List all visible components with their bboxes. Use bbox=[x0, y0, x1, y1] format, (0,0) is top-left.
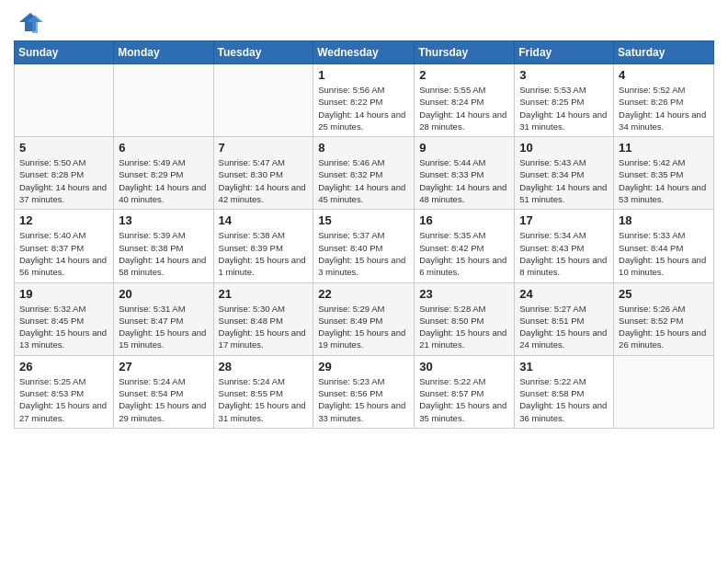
day-number: 24 bbox=[519, 287, 609, 301]
day-number: 19 bbox=[19, 287, 108, 301]
day-info: Sunrise: 5:42 AM Sunset: 8:35 PM Dayligh… bbox=[619, 156, 709, 205]
calendar-week-2: 5Sunrise: 5:50 AM Sunset: 8:28 PM Daylig… bbox=[15, 137, 714, 210]
calendar-cell: 23Sunrise: 5:28 AM Sunset: 8:50 PM Dayli… bbox=[415, 282, 515, 355]
day-info: Sunrise: 5:35 AM Sunset: 8:42 PM Dayligh… bbox=[419, 229, 509, 278]
day-number: 6 bbox=[119, 141, 208, 155]
day-number: 22 bbox=[318, 287, 409, 301]
day-number: 18 bbox=[619, 213, 709, 227]
weekday-monday: Monday bbox=[114, 41, 213, 64]
weekday-thursday: Thursday bbox=[415, 41, 515, 64]
day-number: 4 bbox=[619, 68, 709, 82]
calendar-cell: 19Sunrise: 5:32 AM Sunset: 8:45 PM Dayli… bbox=[15, 282, 114, 355]
calendar-cell: 10Sunrise: 5:43 AM Sunset: 8:34 PM Dayli… bbox=[515, 137, 614, 210]
day-number: 11 bbox=[619, 141, 709, 155]
day-number: 9 bbox=[419, 141, 509, 155]
weekday-saturday: Saturday bbox=[614, 41, 714, 64]
calendar-cell: 8Sunrise: 5:46 AM Sunset: 8:32 PM Daylig… bbox=[313, 137, 415, 210]
calendar-cell: 3Sunrise: 5:53 AM Sunset: 8:25 PM Daylig… bbox=[515, 64, 614, 137]
calendar-cell bbox=[614, 355, 714, 428]
calendar: SundayMondayTuesdayWednesdayThursdayFrid… bbox=[14, 40, 714, 429]
day-number: 10 bbox=[519, 141, 609, 155]
day-info: Sunrise: 5:52 AM Sunset: 8:26 PM Dayligh… bbox=[619, 84, 709, 132]
day-number: 26 bbox=[19, 360, 108, 373]
weekday-tuesday: Tuesday bbox=[213, 41, 313, 64]
day-info: Sunrise: 5:47 AM Sunset: 8:30 PM Dayligh… bbox=[219, 156, 309, 205]
day-info: Sunrise: 5:55 AM Sunset: 8:24 PM Dayligh… bbox=[419, 84, 509, 132]
day-number: 27 bbox=[119, 360, 208, 373]
day-info: Sunrise: 5:28 AM Sunset: 8:50 PM Dayligh… bbox=[419, 303, 509, 351]
day-info: Sunrise: 5:25 AM Sunset: 8:53 PM Dayligh… bbox=[19, 375, 108, 424]
weekday-sunday: Sunday bbox=[15, 41, 114, 64]
day-info: Sunrise: 5:37 AM Sunset: 8:40 PM Dayligh… bbox=[318, 229, 409, 278]
calendar-cell: 27Sunrise: 5:24 AM Sunset: 8:54 PM Dayli… bbox=[114, 355, 213, 428]
day-number: 13 bbox=[119, 213, 208, 227]
day-info: Sunrise: 5:30 AM Sunset: 8:48 PM Dayligh… bbox=[219, 303, 309, 351]
calendar-cell: 25Sunrise: 5:26 AM Sunset: 8:52 PM Dayli… bbox=[614, 282, 714, 355]
page: SundayMondayTuesdayWednesdayThursdayFrid… bbox=[0, 0, 728, 563]
logo-icon bbox=[17, 9, 43, 35]
day-info: Sunrise: 5:22 AM Sunset: 8:57 PM Dayligh… bbox=[419, 375, 509, 424]
weekday-header-row: SundayMondayTuesdayWednesdayThursdayFrid… bbox=[15, 41, 714, 64]
day-number: 20 bbox=[119, 287, 208, 301]
calendar-week-3: 12Sunrise: 5:40 AM Sunset: 8:37 PM Dayli… bbox=[15, 210, 714, 282]
calendar-cell: 21Sunrise: 5:30 AM Sunset: 8:48 PM Dayli… bbox=[213, 282, 313, 355]
day-number: 1 bbox=[318, 68, 409, 82]
calendar-cell: 2Sunrise: 5:55 AM Sunset: 8:24 PM Daylig… bbox=[415, 64, 515, 137]
day-number: 15 bbox=[318, 213, 409, 227]
day-info: Sunrise: 5:24 AM Sunset: 8:54 PM Dayligh… bbox=[119, 375, 208, 424]
day-info: Sunrise: 5:32 AM Sunset: 8:45 PM Dayligh… bbox=[19, 303, 108, 351]
day-info: Sunrise: 5:38 AM Sunset: 8:39 PM Dayligh… bbox=[219, 229, 309, 278]
calendar-cell: 12Sunrise: 5:40 AM Sunset: 8:37 PM Dayli… bbox=[15, 210, 114, 282]
calendar-cell: 1Sunrise: 5:56 AM Sunset: 8:22 PM Daylig… bbox=[313, 64, 415, 137]
calendar-cell: 4Sunrise: 5:52 AM Sunset: 8:26 PM Daylig… bbox=[614, 64, 714, 137]
calendar-cell: 26Sunrise: 5:25 AM Sunset: 8:53 PM Dayli… bbox=[15, 355, 114, 428]
day-info: Sunrise: 5:31 AM Sunset: 8:47 PM Dayligh… bbox=[119, 303, 208, 351]
calendar-cell: 29Sunrise: 5:23 AM Sunset: 8:56 PM Dayli… bbox=[313, 355, 415, 428]
calendar-cell: 24Sunrise: 5:27 AM Sunset: 8:51 PM Dayli… bbox=[515, 282, 614, 355]
day-info: Sunrise: 5:44 AM Sunset: 8:33 PM Dayligh… bbox=[419, 156, 509, 205]
calendar-cell: 17Sunrise: 5:34 AM Sunset: 8:43 PM Dayli… bbox=[515, 210, 614, 282]
calendar-cell: 9Sunrise: 5:44 AM Sunset: 8:33 PM Daylig… bbox=[415, 137, 515, 210]
calendar-cell: 31Sunrise: 5:22 AM Sunset: 8:58 PM Dayli… bbox=[515, 355, 614, 428]
calendar-cell: 28Sunrise: 5:24 AM Sunset: 8:55 PM Dayli… bbox=[213, 355, 313, 428]
day-number: 14 bbox=[219, 213, 309, 227]
weekday-wednesday: Wednesday bbox=[313, 41, 415, 64]
calendar-cell: 18Sunrise: 5:33 AM Sunset: 8:44 PM Dayli… bbox=[614, 210, 714, 282]
calendar-week-4: 19Sunrise: 5:32 AM Sunset: 8:45 PM Dayli… bbox=[15, 282, 714, 355]
day-info: Sunrise: 5:26 AM Sunset: 8:52 PM Dayligh… bbox=[619, 303, 709, 351]
weekday-friday: Friday bbox=[515, 41, 614, 64]
day-info: Sunrise: 5:53 AM Sunset: 8:25 PM Dayligh… bbox=[519, 84, 609, 132]
calendar-cell: 13Sunrise: 5:39 AM Sunset: 8:38 PM Dayli… bbox=[114, 210, 213, 282]
calendar-cell bbox=[114, 64, 213, 137]
day-info: Sunrise: 5:40 AM Sunset: 8:37 PM Dayligh… bbox=[19, 229, 108, 278]
day-info: Sunrise: 5:34 AM Sunset: 8:43 PM Dayligh… bbox=[519, 229, 609, 278]
day-number: 12 bbox=[19, 213, 108, 227]
calendar-cell bbox=[15, 64, 114, 137]
day-info: Sunrise: 5:33 AM Sunset: 8:44 PM Dayligh… bbox=[619, 229, 709, 278]
day-number: 8 bbox=[318, 141, 409, 155]
calendar-cell: 20Sunrise: 5:31 AM Sunset: 8:47 PM Dayli… bbox=[114, 282, 213, 355]
calendar-cell bbox=[213, 64, 313, 137]
calendar-cell: 16Sunrise: 5:35 AM Sunset: 8:42 PM Dayli… bbox=[415, 210, 515, 282]
day-number: 7 bbox=[219, 141, 309, 155]
day-number: 23 bbox=[419, 287, 509, 301]
day-number: 5 bbox=[19, 141, 108, 155]
logo bbox=[14, 9, 43, 35]
day-info: Sunrise: 5:24 AM Sunset: 8:55 PM Dayligh… bbox=[219, 375, 309, 424]
calendar-cell: 15Sunrise: 5:37 AM Sunset: 8:40 PM Dayli… bbox=[313, 210, 415, 282]
day-info: Sunrise: 5:23 AM Sunset: 8:56 PM Dayligh… bbox=[318, 375, 409, 424]
calendar-cell: 6Sunrise: 5:49 AM Sunset: 8:29 PM Daylig… bbox=[114, 137, 213, 210]
day-info: Sunrise: 5:27 AM Sunset: 8:51 PM Dayligh… bbox=[519, 303, 609, 351]
calendar-week-5: 26Sunrise: 5:25 AM Sunset: 8:53 PM Dayli… bbox=[15, 355, 714, 428]
day-number: 17 bbox=[519, 213, 609, 227]
day-info: Sunrise: 5:43 AM Sunset: 8:34 PM Dayligh… bbox=[519, 156, 609, 205]
calendar-cell: 7Sunrise: 5:47 AM Sunset: 8:30 PM Daylig… bbox=[213, 137, 313, 210]
day-number: 28 bbox=[219, 360, 309, 373]
day-info: Sunrise: 5:49 AM Sunset: 8:29 PM Dayligh… bbox=[119, 156, 208, 205]
day-number: 16 bbox=[419, 213, 509, 227]
day-number: 21 bbox=[219, 287, 309, 301]
day-number: 30 bbox=[419, 360, 509, 373]
day-number: 25 bbox=[619, 287, 709, 301]
day-number: 3 bbox=[519, 68, 609, 82]
day-info: Sunrise: 5:29 AM Sunset: 8:49 PM Dayligh… bbox=[318, 303, 409, 351]
